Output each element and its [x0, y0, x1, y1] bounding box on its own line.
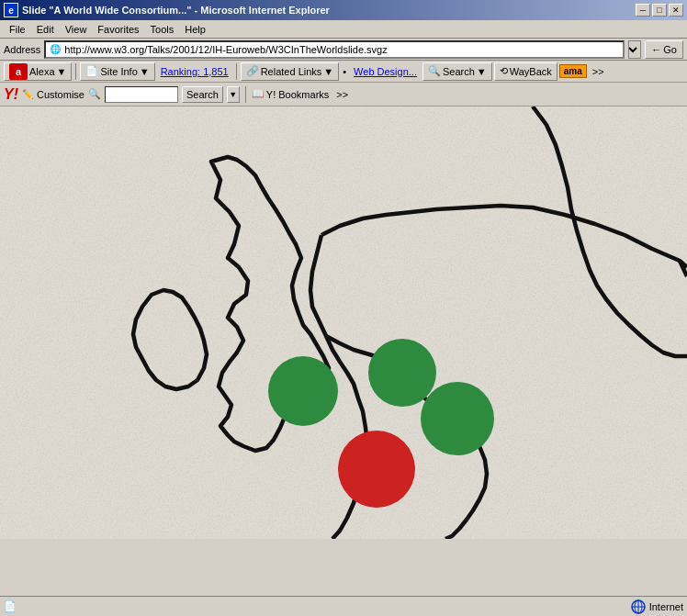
window-title: Slide "A World Wide Consortium..." - Mic…	[22, 5, 330, 16]
globe-icon	[631, 599, 646, 614]
yahoo-search-input[interactable]	[105, 86, 178, 103]
page-icon: 🌐	[50, 44, 61, 54]
menu-edit[interactable]: Edit	[31, 22, 60, 37]
wayback-icon: ⟲	[500, 65, 508, 77]
search-dropdown-icon: ▼	[477, 66, 487, 77]
ranking-link[interactable]: Ranking: 1,851	[157, 66, 232, 77]
related-links-button[interactable]: 🔗 Related Links ▼	[241, 62, 340, 81]
content-area	[0, 106, 687, 539]
status-bar: 📄 Internet	[0, 596, 687, 616]
maximize-button[interactable]: □	[652, 4, 667, 17]
separator-1	[75, 63, 76, 80]
yahoo-logo: Y!	[4, 86, 18, 103]
green-dot-1	[268, 356, 338, 426]
yahoo-pencil-icon: ✏️	[22, 89, 33, 99]
address-bar: Address 🌐 ← Go	[0, 39, 687, 61]
window-controls[interactable]: ─ □ ✕	[636, 4, 683, 17]
alexa-dropdown-icon: ▼	[57, 66, 67, 77]
customise-link[interactable]: Customise	[37, 89, 84, 100]
address-input[interactable]	[64, 44, 619, 55]
svg-text:e: e	[8, 6, 14, 16]
info-icon: 📄	[85, 65, 98, 77]
menu-bar: File Edit View Favorites Tools Help	[0, 20, 687, 39]
search-icon: 🔍	[428, 65, 441, 77]
app-icon: e	[4, 3, 18, 17]
amazon-button[interactable]: ama	[559, 64, 587, 78]
zone-label: Internet	[649, 601, 683, 612]
map-svg	[0, 106, 687, 539]
address-dropdown[interactable]	[628, 40, 641, 59]
close-button[interactable]: ✕	[669, 4, 683, 17]
yahoo-more-button[interactable]: >>	[332, 89, 352, 100]
menu-file[interactable]: File	[4, 22, 31, 37]
go-button[interactable]: ← Go	[645, 40, 683, 59]
related-links-dropdown-icon: ▼	[323, 66, 333, 77]
alexa-logo: a	[9, 63, 28, 80]
yahoo-search-dropdown[interactable]: ▼	[227, 86, 240, 103]
site-info-button[interactable]: 📄 Site Info ▼	[80, 62, 154, 81]
menu-tools[interactable]: Tools	[145, 22, 180, 37]
red-dot-1	[338, 431, 415, 508]
alexa-search-button[interactable]: 🔍 Search ▼	[422, 62, 492, 81]
green-dot-3	[421, 382, 494, 455]
alexa-more-button[interactable]: >>	[589, 66, 608, 77]
yahoo-search-icon-small: 🔍	[88, 88, 101, 100]
menu-help[interactable]: Help	[179, 22, 211, 37]
menu-favorites[interactable]: Favorites	[92, 22, 144, 37]
green-dot-2	[368, 339, 436, 407]
alexa-button[interactable]: a Alexa ▼	[4, 62, 72, 81]
address-label: Address	[4, 44, 40, 55]
bookmarks-icon: 📖	[252, 88, 265, 100]
bookmarks-button[interactable]: 📖 Y! Bookmarks	[252, 88, 329, 100]
minimize-button[interactable]: ─	[636, 4, 650, 17]
address-input-container: 🌐	[44, 40, 625, 59]
separator-2	[236, 63, 237, 80]
menu-view[interactable]: View	[60, 22, 93, 37]
yahoo-search-button[interactable]: Search	[182, 86, 223, 103]
site-info-dropdown-icon: ▼	[140, 66, 150, 77]
status-page-icon: 📄	[4, 600, 17, 612]
title-bar: e Slide "A World Wide Consortium..." - M…	[0, 0, 687, 20]
yahoo-toolbar: Y! ✏️ Customise 🔍 Search ▼ 📖 Y! Bookmark…	[0, 83, 687, 106]
go-arrow-icon: ←	[651, 44, 661, 55]
wayback-button[interactable]: ⟲ WayBack	[494, 62, 557, 81]
yahoo-separator	[245, 86, 246, 103]
related-links-icon: 🔗	[246, 65, 259, 77]
web-design-link[interactable]: Web Design...	[350, 66, 421, 77]
alexa-toolbar: a Alexa ▼ 📄 Site Info ▼ Ranking: 1,851 🔗…	[0, 61, 687, 83]
